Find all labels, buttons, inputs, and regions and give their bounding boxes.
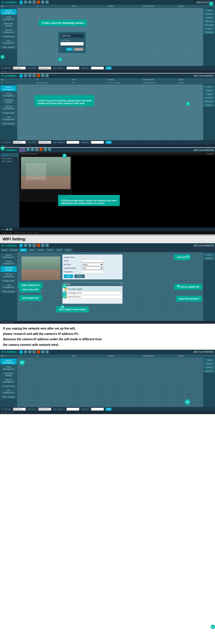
btn5-modify[interactable]: Modify [203, 366, 214, 369]
sidebar4-param[interactable]: Parameter Settings [1, 266, 17, 272]
cell-mac: 0:44:80:03:35:44 [143, 82, 178, 84]
sidebar-item-other[interactable]: Other Settings [1, 45, 17, 49]
gateway-input[interactable] [91, 66, 104, 70]
tab-basic[interactable]: Basic [1, 248, 9, 252]
tab-agent[interactable]: Agent [27, 248, 36, 252]
sidebar4-alarm[interactable]: Linkage Alarm [1, 279, 17, 283]
dialog-ok-button[interactable]: OK [66, 48, 72, 51]
area-name-input[interactable] [60, 42, 84, 46]
sidebar2-group[interactable]: Group Management [1, 92, 17, 98]
tab-wifi[interactable]: WiFi [20, 248, 27, 252]
btn-remove-all[interactable]: Remove All [203, 24, 214, 26]
wifi-pwd-input[interactable] [82, 270, 103, 273]
right-panel-4: Add Add All [203, 252, 215, 321]
tab-network[interactable]: Network [9, 248, 19, 252]
btn2-add[interactable]: Add [203, 85, 214, 88]
btn-stop[interactable]: ■ [9, 228, 12, 230]
btn-remove[interactable]: Remove [203, 20, 214, 23]
mac-input-2[interactable] [66, 141, 79, 144]
sidebar5-param[interactable]: Parameter Settings [1, 371, 17, 378]
sidebar2-other[interactable]: Other Settings [1, 122, 17, 126]
dialog-title: Add Area [60, 34, 84, 38]
mask-label: Sub Mask: [28, 67, 37, 69]
main-layout-1: Device Management Group Management Param… [0, 8, 215, 66]
btn2-remove-all[interactable]: Remove All [203, 100, 214, 103]
sidebar5-user[interactable]: User Management [1, 388, 17, 394]
sidebar-item-record[interactable]: Record Management [1, 28, 17, 34]
auth-select[interactable]: AES [82, 266, 103, 270]
wifi-close[interactable]: ✕ [119, 283, 121, 286]
sidebar2-record[interactable]: Record Management [1, 104, 17, 110]
add-btn-5[interactable]: Add [106, 408, 112, 411]
sidebar5-device[interactable]: Device Management [1, 358, 17, 364]
sidebar4-user[interactable]: User Management [1, 283, 17, 289]
btn4-add[interactable]: Add [203, 253, 214, 256]
btn2-add-all[interactable]: Add All [203, 89, 214, 92]
sidebar4-device[interactable]: Device Management [1, 253, 17, 259]
sidebar-item-group[interactable]: Group Management [1, 15, 17, 21]
sidebar2-param[interactable]: Parameter Settings [1, 98, 17, 104]
sidebar-item-device[interactable]: Device Management [1, 9, 17, 15]
dialog-cancel-button[interactable]: Cancel [74, 48, 84, 51]
wifi-entry-2[interactable]: 📶 ChinaNet-XXXX [64, 291, 121, 295]
sidebar2-device[interactable]: Device Management [1, 85, 17, 91]
btn-add-all[interactable]: Add All [203, 12, 214, 16]
mac-input-5[interactable] [66, 408, 79, 411]
btn5-remove[interactable]: Remove [203, 370, 214, 373]
sidebar-item-param[interactable]: Parameter Settings [1, 22, 17, 28]
icon-5-2 [24, 350, 27, 354]
sidebar4-record[interactable]: Record Management [1, 272, 17, 278]
ip-input[interactable] [13, 66, 26, 70]
gw-input-5[interactable] [91, 408, 104, 411]
btn-select-all[interactable]: Select All [203, 31, 214, 34]
cell-port: 80 [72, 82, 108, 84]
sidebar4-group[interactable]: Group Management [1, 260, 17, 266]
sidebar2-alarm[interactable]: Linkage Alarm [1, 111, 17, 115]
tab-ddns[interactable]: DDNS [46, 248, 55, 252]
btn-add[interactable]: Add [203, 9, 214, 12]
btn-apply[interactable]: Apply [64, 274, 73, 278]
mask-input-2[interactable] [38, 141, 51, 144]
tab-pppoe[interactable]: PPPoE [36, 248, 46, 252]
mac-input[interactable] [66, 66, 79, 70]
mask-input[interactable] [38, 66, 51, 70]
btn-search[interactable]: Search [203, 27, 214, 30]
sidebar-item-alarm[interactable]: Linkage Alarm [1, 34, 17, 38]
tab-smtp[interactable]: SMTP [64, 248, 72, 252]
btn5-add-all[interactable]: Add All [203, 362, 214, 365]
sidebar2-user[interactable]: User Management [1, 115, 17, 121]
ip-input-2[interactable] [13, 141, 26, 144]
timestamp-3: 2017-12-14 09:50 58 [194, 149, 214, 151]
enable-wifi-checkbox[interactable] [82, 256, 85, 259]
btn-play[interactable]: ▶ [6, 228, 9, 230]
btn2-search[interactable]: Search [203, 104, 214, 107]
sidebar5-group[interactable]: Group Management [1, 365, 17, 371]
btn2-remove[interactable]: Remove [203, 96, 214, 100]
ip-label-2: IP Address: [1, 141, 11, 144]
mask-input-5[interactable] [38, 408, 51, 411]
btn2-modify[interactable]: Modify [203, 92, 214, 96]
ip-input-5[interactable] [13, 408, 26, 411]
add-btn-2[interactable]: Add [106, 141, 112, 144]
btn-default[interactable]: Default [74, 274, 85, 278]
tree-camera-2[interactable]: 📷 Camera 2 [1, 160, 19, 163]
tree-root[interactable]: ▼ Area [1, 153, 19, 157]
btn4-add-all[interactable]: Add All [203, 257, 214, 260]
tab-upnp[interactable]: UPnP [55, 248, 63, 252]
tree-camera-1[interactable]: 📷 Camera 1 [1, 157, 19, 160]
sidebar4-other[interactable]: Other Settings [1, 290, 17, 294]
sidebar5-alarm[interactable]: Linkage Alarm [1, 384, 17, 388]
app-title-2: IP CAMERA [1, 74, 17, 78]
sidebar5-record[interactable]: Record Management [1, 378, 17, 384]
wifi-entry-3[interactable]: 📶 NETGEAR-5G [64, 295, 121, 298]
ssid-input[interactable] [82, 259, 103, 262]
add-button-bottom[interactable]: Add [106, 66, 112, 70]
gw-input-2[interactable] [91, 141, 104, 144]
sidebar-item-user[interactable]: User Management [1, 39, 17, 45]
btn-modify[interactable]: Modify [203, 16, 214, 19]
encrypt-select[interactable]: WPA2WPAWEP [82, 263, 103, 266]
badge-18: 18 [60, 305, 65, 309]
wifi-entry-1[interactable]: 📶 TP-LINK_HOME [64, 288, 121, 291]
btn5-add[interactable]: Add [203, 358, 214, 362]
sidebar5-other[interactable]: Other Settings [1, 395, 17, 399]
